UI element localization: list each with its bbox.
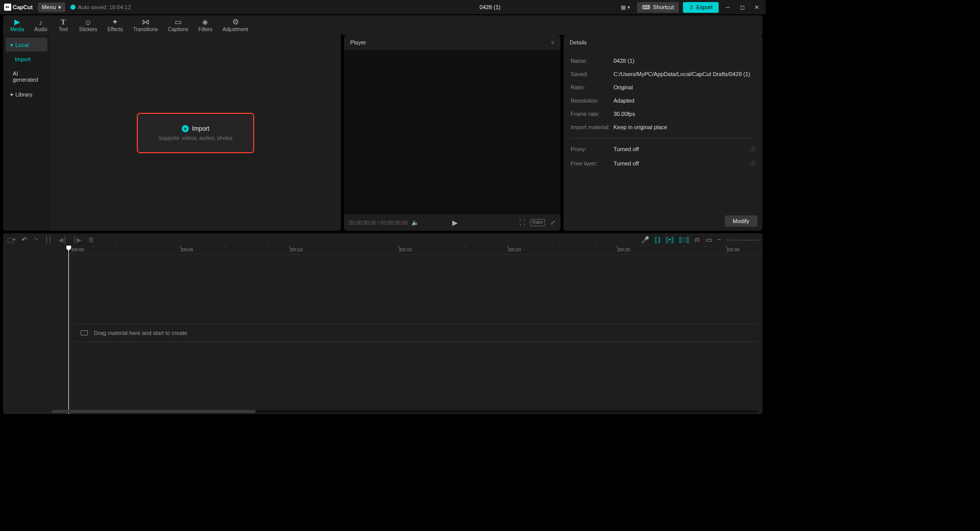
menu-button[interactable]: Menu ▾ [38,3,65,12]
timeline-ruler[interactable]: |00:00|00:05|00:10|00:15|00:20|00:25|00:… [68,246,763,255]
chevron-down-icon: ▾ [627,4,630,11]
preview-axis-button[interactable]: ⫙ [694,236,701,244]
ruler-tick: |00:20 [508,247,521,252]
sidebar-item-ai[interactable]: AI generated [6,67,47,86]
delete-button[interactable]: 🗑 [88,236,94,244]
main-track-magnet-button[interactable]: ⟦⟧ [654,236,660,244]
detail-row-import-material: Import material:Keep in original place [571,120,755,134]
selection-tool[interactable]: ⬚ ▾ [7,236,15,244]
clip-icon [81,330,88,335]
keyboard-icon: ⌨ [642,4,650,11]
auto-snap-button[interactable]: ⟦•⟧ [666,236,674,244]
tab-stickers[interactable]: ☺Stickers [74,17,103,33]
player-footer: 00:00:00:00 / 00:00:00:00 🔈 ▶ ⛶ Ratio ⤢ [344,214,560,231]
shortcut-button[interactable]: ⌨ Shortcut [637,2,679,13]
layout-icon: ▦ [621,4,626,11]
detail-value: C:/Users/MyPC/AppData/Local/CapCut Draft… [614,71,755,77]
captions-icon: ▭ [175,18,182,26]
layout-button[interactable]: ▦ ▾ [618,3,633,12]
detail-value: Turned off [614,146,750,153]
tab-label: Transitions [133,27,158,32]
chevron-down-icon: ▾ [58,4,61,11]
timecode: 00:00:00:00 / 00:00:00:00 [349,220,407,226]
detail-label: Ratio: [571,84,614,90]
tab-media[interactable]: ▶Media [5,17,29,33]
play-button[interactable]: ▶ [452,219,458,227]
ruler-tick: |00:00 [71,247,84,252]
player-viewport[interactable] [344,50,560,214]
maximize-button[interactable]: ◻ [737,2,747,12]
tab-label: Captions [168,27,188,32]
linkage-button[interactable]: ⟦□⟧ [679,236,689,244]
tab-label: Stickers [79,27,97,32]
player-controls-right: ⛶ Ratio ⤢ [519,219,555,226]
menu-label: Menu [42,4,56,10]
details-body: Name:0428 (1) Saved:C:/Users/MyPC/AppDat… [564,50,763,211]
tab-transitions[interactable]: ⋈Transitions [128,17,163,33]
filters-icon: ◈ [202,18,208,26]
split-button[interactable]: ⎮⎮ [45,236,52,244]
zoom-slider[interactable]: ○────── [726,236,758,244]
details-header: Details [564,35,763,50]
ratio-button[interactable]: Ratio [530,219,545,226]
tab-text[interactable]: TText [53,17,74,33]
undo-button[interactable]: ↶ [21,236,27,244]
text-icon: T [61,18,66,26]
tab-audio[interactable]: ♪Audio [29,17,53,33]
ruler-tick: |00:30 [727,247,740,252]
autosave-text: Auto saved: 16:04:12 [78,4,131,10]
separator [571,138,755,138]
redo-button[interactable]: ↷ [33,236,39,244]
panel-menu-icon[interactable]: ≡ [551,39,554,45]
tab-effects[interactable]: ✦Effects [102,17,128,33]
detail-label: Proxy: [571,146,614,153]
detail-row-resolution: Resolution:Adapted [571,94,755,107]
fullscreen-icon[interactable]: ⤢ [550,219,555,226]
sidebar-item-library[interactable]: ▸Library [6,87,47,101]
import-dropzone[interactable]: + Import Supports: videos, audios, photo… [137,113,254,153]
volume-icon[interactable]: 🔈 [411,219,419,226]
minimize-button[interactable]: ─ [723,2,733,12]
cover-button[interactable]: ▭ [706,236,712,244]
mic-button[interactable]: 🎤 [641,236,649,244]
media-content: + Import Supports: videos, audios, photo… [50,35,341,231]
sidebar-item-import[interactable]: Import [6,53,47,66]
detail-label: Resolution: [571,98,614,104]
transitions-icon: ⋈ [142,18,150,26]
tab-captions[interactable]: ▭Captions [163,17,193,33]
detail-label: Free layer: [571,160,614,167]
drop-hint-text: Drag material here and start to create [94,330,187,336]
player-header: Player ≡ [344,35,560,50]
timeline-drop-hint: Drag material here and start to create [75,324,757,342]
titlebar-right: ▦ ▾ ⌨ Shortcut ⇪ Export ─ ◻ ✕ [618,2,762,13]
tab-label: Text [59,27,68,32]
timeline[interactable]: |00:00|00:05|00:10|00:15|00:20|00:25|00:… [3,246,763,414]
trim-right-button[interactable]: ⎮▶ [73,236,82,244]
sidebar-item-local[interactable]: ▸Local [6,38,47,52]
detail-label: Saved: [571,71,614,77]
timeline-tracks[interactable]: Drag material here and start to create [3,255,763,407]
close-button[interactable]: ✕ [751,2,762,12]
info-icon[interactable]: ⓘ [750,160,755,167]
tab-adjustment[interactable]: ⚙Adjustment [217,17,253,33]
title-bar: ✂ CapCut Menu ▾ Auto saved: 16:04:12 042… [0,0,766,14]
detail-label: Import material: [571,124,614,130]
modify-button[interactable]: Modify [725,215,757,227]
audio-icon: ♪ [39,18,43,26]
detail-row-proxy: Proxy:Turned offⓘ [571,142,755,157]
scrollbar-thumb[interactable] [52,410,256,413]
scan-icon[interactable]: ⛶ [519,219,525,226]
sidebar-label: Local [15,42,29,48]
timeline-scrollbar[interactable] [52,410,758,413]
info-icon[interactable]: ⓘ [750,146,755,153]
detail-value: Keep in original place [614,124,755,130]
ruler-tick: |00:10 [290,247,303,252]
effects-icon: ✦ [112,18,118,26]
detail-value: Adapted [614,98,755,104]
tab-filters[interactable]: ◈Filters [193,17,217,33]
app-logo: ✂ CapCut [4,4,33,11]
export-button[interactable]: ⇪ Export [683,2,719,13]
trim-left-button[interactable]: ◀⎮ [58,236,67,244]
autosave-status: Auto saved: 16:04:12 [70,4,131,10]
zoom-out-button[interactable]: − [717,236,721,244]
